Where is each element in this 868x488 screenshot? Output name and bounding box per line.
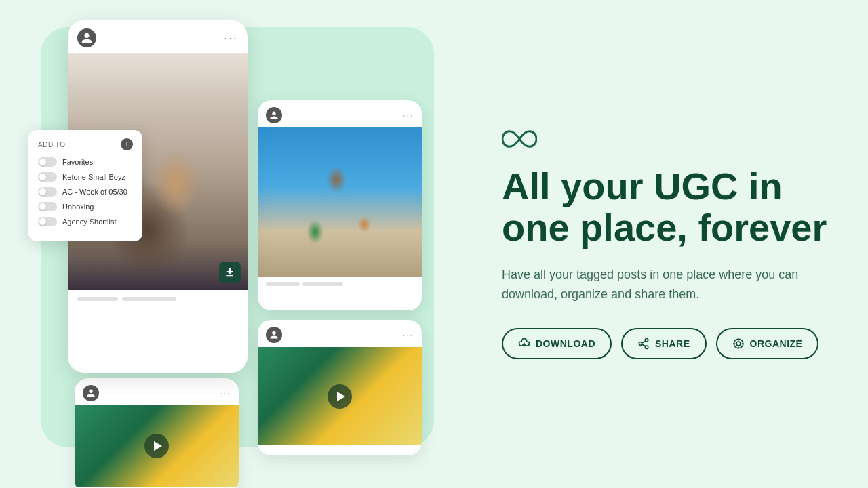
- footer-bar-2: [122, 297, 176, 301]
- brand-icon: [502, 129, 827, 152]
- download-action-button[interactable]: DOWNLOAD: [502, 328, 612, 359]
- phone-card-header-bl: ···: [75, 378, 239, 405]
- avatar-sm-bottom: [266, 327, 282, 343]
- toggle-row-unboxing: Unboxing: [38, 202, 133, 211]
- play-button-bl[interactable]: [144, 434, 169, 458]
- three-dots-bottom[interactable]: ···: [403, 329, 414, 340]
- add-to-title: ADD TO: [38, 141, 65, 148]
- svg-point-4: [736, 342, 741, 346]
- share-icon: [637, 338, 650, 350]
- phone-main-footer: [68, 290, 248, 308]
- add-to-plus-button[interactable]: +: [121, 138, 133, 150]
- subtext: Have all your tagged posts in one place …: [502, 265, 800, 304]
- action-buttons: DOWNLOAD SHARE ORGANIZE: [502, 328, 827, 359]
- avatar-sm-top: [266, 107, 282, 123]
- footer-bar-3: [266, 282, 300, 286]
- toggle-agency[interactable]: [38, 217, 57, 226]
- toggle-row-favorites: Favorites: [38, 157, 133, 167]
- footer-bar-4: [302, 282, 343, 286]
- phone-right-bottom: ···: [258, 320, 422, 455]
- plant-photo: [258, 127, 422, 277]
- toggle-row-ac-week: AC - Week of 05/30: [38, 187, 133, 197]
- video-card-image-right: [258, 347, 422, 445]
- toggle-label-unboxing: Unboxing: [62, 203, 94, 211]
- organize-action-button[interactable]: ORGANIZE: [716, 328, 819, 359]
- phone-card-header-top: ···: [258, 100, 422, 127]
- three-dots-top[interactable]: ···: [403, 110, 414, 121]
- right-panel: All your UGC in one place, forever Have …: [475, 0, 868, 488]
- toggle-label-ketone: Ketone Small Boyz: [62, 173, 125, 181]
- phone-main-header: ···: [68, 20, 248, 53]
- avatar: [77, 28, 96, 47]
- headline: All your UGC in one place, forever: [502, 165, 827, 249]
- photo-footer-bars: [258, 277, 422, 291]
- toggle-row-ketone: Ketone Small Boyz: [38, 172, 133, 182]
- toggle-unboxing[interactable]: [38, 202, 57, 211]
- left-panel: ··· ADD TO + Favorites Ketone Small B: [0, 0, 475, 488]
- toggle-label-ac-week: AC - Week of 05/30: [62, 188, 127, 196]
- phone-right-top: ···: [258, 100, 422, 310]
- toggle-ac-week[interactable]: [38, 187, 57, 197]
- footer-bar-1: [77, 297, 118, 301]
- toggle-label-agency: Agency Shortlist: [62, 218, 116, 226]
- three-dots-bl[interactable]: ···: [220, 388, 231, 399]
- video-bl-image: [75, 405, 239, 487]
- plant-photo-inner: [258, 127, 422, 277]
- phone-card-header-bottom: ···: [258, 320, 422, 347]
- download-icon: [518, 338, 530, 350]
- add-to-header: ADD TO +: [38, 138, 133, 150]
- avatar-sm-bl: [83, 385, 99, 401]
- infinity-svg: [502, 129, 537, 149]
- toggle-ketone[interactable]: [38, 172, 57, 182]
- organize-icon: [732, 338, 745, 350]
- add-to-popup: ADD TO + Favorites Ketone Small Boyz AC …: [28, 130, 142, 241]
- download-button[interactable]: [219, 262, 241, 283]
- play-button-right[interactable]: [328, 384, 352, 409]
- phone-bottom-left: ···: [75, 378, 239, 488]
- toggle-favorites[interactable]: [38, 157, 57, 167]
- toggle-row-agency: Agency Shortlist: [38, 217, 133, 226]
- three-dots-icon[interactable]: ···: [224, 31, 238, 45]
- toggle-label-favorites: Favorites: [62, 158, 93, 166]
- share-action-button[interactable]: SHARE: [621, 328, 707, 359]
